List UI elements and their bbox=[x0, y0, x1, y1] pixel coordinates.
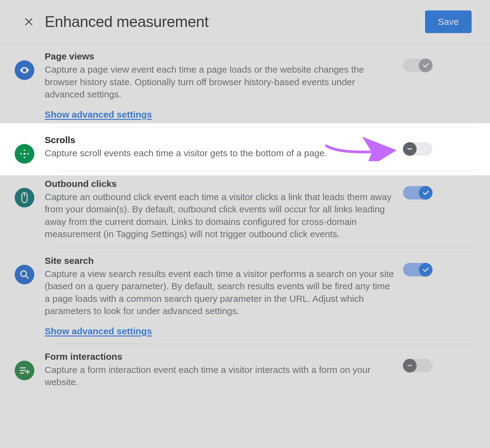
toggle-outbound-clicks[interactable] bbox=[403, 186, 432, 199]
form-icon bbox=[15, 361, 34, 380]
toggle-thumb bbox=[419, 263, 432, 276]
row-form-interactions: Form interactions Capture a form interac… bbox=[0, 344, 490, 396]
scroll-icon bbox=[15, 144, 34, 164]
row-content: Outbound clicks Capture an outbound clic… bbox=[45, 179, 403, 241]
row-content: Site search Capture a view search result… bbox=[45, 256, 403, 336]
row-title: Scrolls bbox=[45, 135, 397, 145]
row-description: Capture an outbound click event each tim… bbox=[45, 191, 397, 241]
svg-point-0 bbox=[24, 69, 25, 71]
show-advanced-link[interactable]: Show advanced settings bbox=[45, 109, 152, 120]
row-description: Capture a view search results event each… bbox=[45, 268, 397, 317]
search-icon bbox=[15, 265, 34, 284]
eye-icon bbox=[15, 60, 34, 80]
toggle-thumb bbox=[403, 359, 417, 372]
toggle-page-views bbox=[403, 59, 432, 72]
row-title: Site search bbox=[45, 256, 397, 266]
dialog-title: Enhanced measurement bbox=[45, 13, 425, 31]
measurement-list: Page views Capture a page view event eac… bbox=[0, 44, 490, 396]
row-title: Outbound clicks bbox=[45, 179, 397, 189]
close-button[interactable] bbox=[21, 14, 36, 29]
toggle-form-interactions[interactable] bbox=[403, 359, 432, 372]
checkmark-icon bbox=[422, 189, 430, 197]
row-scrolls: Scrolls Capture scroll events each time … bbox=[0, 127, 490, 171]
toggle-thumb bbox=[403, 142, 417, 156]
dialog-header: Enhanced measurement Save bbox=[0, 0, 490, 44]
toggle-thumb bbox=[419, 186, 432, 199]
toggle-thumb bbox=[419, 59, 432, 72]
toggle-site-search[interactable] bbox=[403, 263, 432, 276]
row-title: Form interactions bbox=[45, 351, 397, 362]
save-button[interactable]: Save bbox=[425, 10, 472, 33]
svg-line-5 bbox=[26, 276, 28, 279]
row-description: Capture a page view event each time a pa… bbox=[45, 63, 397, 101]
row-site-search: Site search Capture a view search result… bbox=[0, 248, 490, 344]
mouse-icon bbox=[15, 188, 34, 207]
row-title: Page views bbox=[45, 51, 397, 62]
toggle-scrolls[interactable] bbox=[403, 142, 432, 156]
row-page-views: Page views Capture a page view event eac… bbox=[0, 44, 490, 127]
row-description: Capture scroll events each time a visito… bbox=[45, 147, 397, 160]
row-content: Scrolls Capture scroll events each time … bbox=[45, 135, 403, 160]
row-outbound-clicks: Outbound clicks Capture an outbound clic… bbox=[0, 171, 490, 248]
svg-rect-1 bbox=[23, 152, 26, 155]
close-icon bbox=[24, 17, 34, 27]
row-description: Capture a form interaction event each ti… bbox=[45, 364, 397, 389]
minus-icon bbox=[406, 362, 413, 369]
checkmark-icon bbox=[422, 61, 430, 69]
row-content: Page views Capture a page view event eac… bbox=[45, 51, 403, 120]
row-content: Form interactions Capture a form interac… bbox=[45, 351, 403, 389]
show-advanced-link[interactable]: Show advanced settings bbox=[45, 326, 152, 336]
minus-icon bbox=[406, 145, 413, 153]
checkmark-icon bbox=[422, 266, 430, 274]
